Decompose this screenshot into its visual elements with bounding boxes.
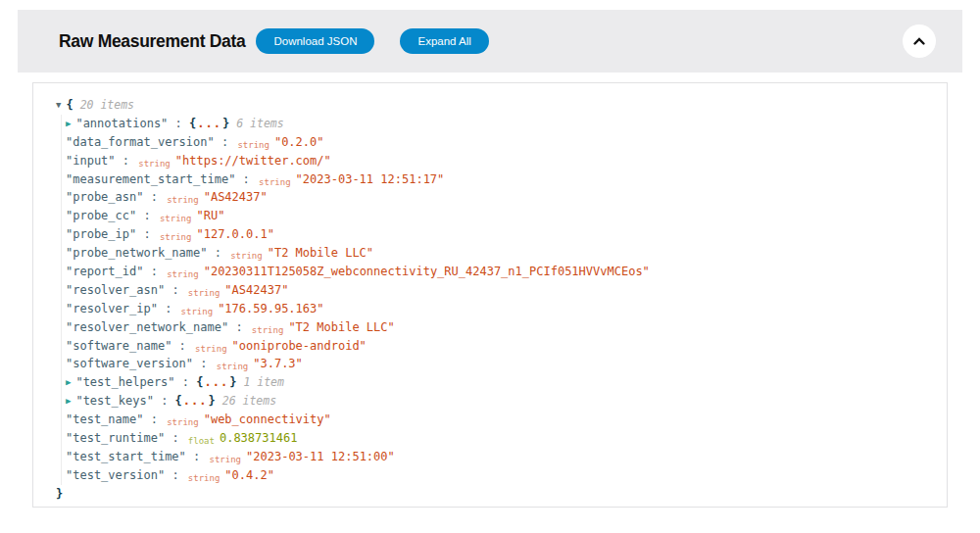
open-brace: { bbox=[66, 98, 73, 112]
json-key: "annotations" bbox=[75, 117, 168, 130]
json-key: "test_start_time" bbox=[66, 450, 186, 463]
json-value: "2023-03-11 12:51:00" bbox=[246, 450, 395, 463]
json-tree: ▼{20 items▶"annotations" : {...}6 items"… bbox=[56, 96, 927, 504]
key-value-separator: : bbox=[143, 265, 165, 278]
json-key: "probe_ip" bbox=[66, 227, 136, 241]
download-json-button[interactable]: Download JSON bbox=[256, 28, 374, 54]
json-root-close-row: } bbox=[56, 485, 927, 504]
json-row: "probe_network_name" : string"T2 Mobile … bbox=[66, 244, 927, 263]
value-type-label: string bbox=[160, 214, 192, 223]
value-type-label: float bbox=[188, 436, 215, 446]
json-value: "2023-03-11 12:51:17" bbox=[296, 172, 445, 186]
item-count: 1 item bbox=[243, 375, 284, 389]
key-value-separator: : bbox=[154, 394, 175, 408]
json-row: "report_id" : string"20230311T125058Z_we… bbox=[66, 263, 927, 281]
value-type-label: string bbox=[195, 344, 227, 354]
item-count: 6 items bbox=[236, 117, 283, 130]
json-key: "test_helpers" bbox=[75, 375, 174, 389]
close-brace: } bbox=[209, 394, 216, 408]
value-type-label: string bbox=[188, 288, 220, 298]
json-value: "20230311T125058Z_webconnectivity_RU_424… bbox=[204, 265, 650, 278]
collapsed-content-ellipsis[interactable]: ... bbox=[182, 394, 209, 408]
close-brace: } bbox=[229, 375, 236, 389]
open-brace: { bbox=[175, 394, 182, 408]
triangle-right-icon[interactable]: ▶ bbox=[66, 373, 71, 392]
json-row: ▶"annotations" : {...}6 items bbox=[66, 115, 927, 133]
key-value-separator: : bbox=[175, 375, 197, 389]
key-value-separator: : bbox=[143, 412, 165, 426]
json-value: "0.2.0" bbox=[274, 135, 324, 149]
json-row: "probe_cc" : string"RU" bbox=[66, 207, 927, 225]
key-value-separator: : bbox=[168, 117, 189, 130]
key-value-separator: : bbox=[136, 209, 158, 222]
json-key: "measurement_start_time" bbox=[66, 172, 235, 186]
json-key: "test_version" bbox=[66, 468, 165, 482]
json-value: "176.59.95.163" bbox=[218, 302, 323, 315]
key-value-separator: : bbox=[172, 339, 193, 353]
key-value-separator: : bbox=[143, 190, 165, 204]
json-key: "report_id" bbox=[66, 265, 143, 278]
json-key: "resolver_ip" bbox=[66, 302, 158, 315]
value-type-label: string bbox=[252, 325, 284, 335]
value-type-label: string bbox=[217, 362, 249, 371]
json-value: "AS42437" bbox=[204, 190, 268, 204]
json-value: "RU" bbox=[196, 209, 224, 222]
card-header: Raw Measurement Data Download JSON Expan… bbox=[18, 10, 962, 73]
json-key: "software_version" bbox=[66, 357, 193, 370]
value-type-label: string bbox=[230, 251, 263, 261]
json-row: "software_name" : string"ooniprobe-andro… bbox=[66, 337, 927, 356]
collapsed-content-ellipsis[interactable]: ... bbox=[204, 375, 230, 389]
key-value-separator: : bbox=[116, 154, 137, 168]
json-root-row: ▼{20 items bbox=[56, 96, 927, 115]
value-type-label: string bbox=[167, 269, 199, 279]
key-value-separator: : bbox=[165, 468, 186, 482]
chevron-up-icon bbox=[910, 32, 928, 50]
collapse-section-button[interactable] bbox=[903, 24, 936, 58]
key-value-separator: : bbox=[215, 135, 236, 149]
json-row: ▶"test_helpers" : {...}1 item bbox=[66, 373, 927, 392]
close-brace: } bbox=[222, 117, 229, 130]
json-row: "test_runtime" : float0.838731461 bbox=[66, 429, 927, 448]
json-row: "test_version" : string"0.4.2" bbox=[66, 466, 927, 485]
json-key: "test_runtime" bbox=[66, 431, 165, 445]
json-key: "input" bbox=[66, 154, 116, 168]
key-value-separator: : bbox=[136, 227, 158, 241]
root-item-count: 20 items bbox=[80, 98, 134, 112]
item-count: 26 items bbox=[222, 394, 276, 408]
key-value-separator: : bbox=[165, 431, 186, 445]
json-value: "127.0.0.1" bbox=[196, 227, 273, 241]
json-value: "AS42437" bbox=[224, 283, 288, 297]
key-value-separator: : bbox=[235, 172, 257, 186]
json-key: "probe_network_name" bbox=[66, 246, 208, 260]
json-row: "resolver_asn" : string"AS42437" bbox=[66, 281, 927, 300]
key-value-separator: : bbox=[186, 450, 208, 463]
value-type-label: string bbox=[138, 159, 171, 169]
json-row: "resolver_ip" : string"176.59.95.163" bbox=[66, 300, 927, 318]
json-key: "test_keys" bbox=[75, 394, 153, 408]
json-row: "test_start_time" : string"2023-03-11 12… bbox=[66, 448, 927, 466]
value-type-label: string bbox=[237, 140, 270, 150]
expand-all-button[interactable]: Expand All bbox=[400, 28, 488, 54]
triangle-right-icon[interactable]: ▶ bbox=[66, 115, 71, 133]
json-row: "test_name" : string"web_connectivity" bbox=[66, 411, 927, 429]
json-row: "probe_asn" : string"AS42437" bbox=[66, 188, 927, 207]
key-value-separator: : bbox=[158, 302, 179, 315]
value-type-label: string bbox=[167, 417, 199, 427]
json-key: "probe_asn" bbox=[66, 190, 143, 204]
json-row: "resolver_network_name" : string"T2 Mobi… bbox=[66, 318, 927, 337]
json-row: "input" : string"https://twitter.com/" bbox=[66, 152, 927, 170]
json-row: "probe_ip" : string"127.0.0.1" bbox=[66, 225, 927, 244]
key-value-separator: : bbox=[193, 357, 215, 370]
json-key: "probe_cc" bbox=[66, 209, 136, 222]
json-key: "resolver_asn" bbox=[66, 283, 165, 297]
collapsed-content-ellipsis[interactable]: ... bbox=[196, 117, 222, 130]
json-key: "resolver_network_name" bbox=[66, 320, 228, 334]
json-value: "3.7.3" bbox=[253, 357, 303, 370]
value-type-label: string bbox=[259, 177, 291, 187]
triangle-down-icon[interactable]: ▼ bbox=[56, 96, 61, 115]
json-key: "test_name" bbox=[66, 412, 143, 426]
open-brace: { bbox=[196, 375, 203, 389]
json-value: "ooniprobe-android" bbox=[232, 339, 367, 353]
triangle-right-icon[interactable]: ▶ bbox=[66, 392, 71, 411]
json-value: 0.838731461 bbox=[220, 431, 297, 445]
